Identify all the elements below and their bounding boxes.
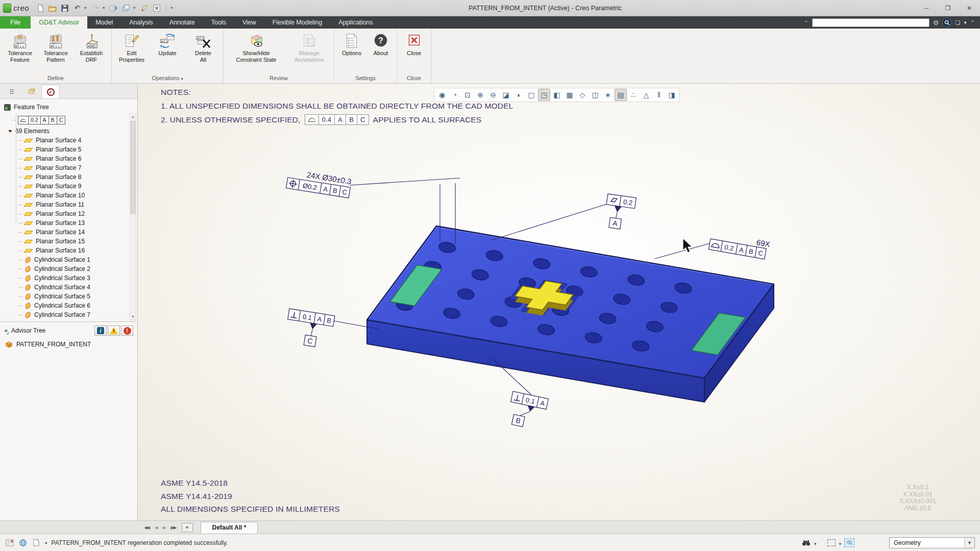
establish-drf-button[interactable]: ABC Establish DRF bbox=[74, 31, 109, 64]
tree-item-elements-group[interactable]: 69 Elements bbox=[0, 127, 137, 136]
tree-item-cylindrical-surface-4[interactable]: Cylindrical Surface 4 bbox=[0, 283, 137, 292]
tree-item-root-fcf[interactable]: 0.2ABC bbox=[0, 113, 137, 127]
tree-item-planar-surface-12[interactable]: Planar Surface 12 bbox=[0, 209, 137, 218]
tab-tools[interactable]: Tools bbox=[203, 16, 234, 29]
fcf-profile[interactable]: 69X 0.2 A B C bbox=[708, 230, 771, 260]
tree-item-cylindrical-surface-2[interactable]: Cylindrical Surface 2 bbox=[0, 264, 137, 273]
shading-icon[interactable]: ◗ bbox=[512, 89, 525, 101]
tree-item-cylindrical-surface-7[interactable]: Cylindrical Surface 7 bbox=[0, 310, 137, 319]
tolerance-feature-button[interactable]: ⊕0.1 Tolerance Feature bbox=[3, 31, 37, 64]
new-file-icon[interactable] bbox=[35, 3, 45, 13]
edit-properties-button[interactable]: Edit Properties bbox=[114, 31, 149, 64]
selection-filter-caret-icon[interactable] bbox=[839, 538, 841, 547]
undo-icon[interactable]: ↶ bbox=[72, 3, 82, 13]
close-window-icon[interactable] bbox=[152, 3, 162, 13]
scrollbar-thumb[interactable] bbox=[131, 121, 135, 214]
fcf-perpendicularity-c[interactable]: 0.1 A B C bbox=[284, 309, 335, 349]
about-button[interactable]: ? About bbox=[368, 31, 394, 58]
tab-model[interactable]: Model bbox=[87, 16, 121, 29]
previous-view-icon[interactable]: ◀ bbox=[153, 524, 159, 531]
tree-item-planar-surface-11[interactable]: Planar Surface 11 bbox=[0, 200, 137, 209]
options-button[interactable]: Options bbox=[337, 31, 366, 58]
tree-item-planar-surface-7[interactable]: Planar Surface 7 bbox=[0, 163, 137, 172]
section-icon[interactable]: ◫ bbox=[589, 89, 601, 101]
group-label-operations[interactable]: Operations bbox=[112, 74, 223, 83]
display-style-icon[interactable]: ◇ bbox=[576, 89, 589, 101]
tree-item-cylindrical-surface-5[interactable]: Cylindrical Surface 5 bbox=[0, 292, 137, 301]
add-view-button[interactable]: + bbox=[182, 523, 193, 532]
preselection-highlight-icon[interactable] bbox=[844, 538, 854, 547]
show-hide-constraint-state-button[interactable]: Show/Hide Constraint State bbox=[226, 31, 286, 64]
view-manager-icon[interactable]: ◧ bbox=[551, 89, 563, 101]
command-search-input[interactable] bbox=[812, 18, 929, 27]
datum-display-icon[interactable]: ∗ bbox=[602, 89, 614, 101]
scroll-down-icon[interactable]: ▼ bbox=[130, 314, 136, 320]
search-icon[interactable] bbox=[942, 18, 951, 27]
tree-item-planar-surface-16[interactable]: Planar Surface 16 bbox=[0, 246, 137, 255]
tab-flexible-modeling[interactable]: Flexible Modeling bbox=[264, 16, 330, 29]
maximize-button[interactable]: ❐ bbox=[937, 0, 959, 16]
tolerance-pattern-button[interactable]: ⊕0.1 Tolerance Pattern bbox=[38, 31, 73, 64]
tree-item-planar-surface-4[interactable]: Planar Surface 4 bbox=[0, 136, 137, 145]
scroll-up-icon[interactable]: ▲ bbox=[130, 114, 136, 120]
tab-layer-tree[interactable] bbox=[22, 85, 40, 98]
annotate-pen-icon[interactable] bbox=[139, 3, 150, 13]
close-advisor-button[interactable]: Close bbox=[400, 31, 428, 58]
settings-gear-icon[interactable]: ⚙ bbox=[933, 19, 939, 27]
tab-view[interactable]: View bbox=[234, 16, 264, 29]
tree-scrollbar[interactable]: ▲ ▼ bbox=[130, 113, 136, 320]
tree-item-planar-surface-9[interactable]: Planar Surface 9 bbox=[0, 182, 137, 191]
delete-all-button[interactable]: ⊕0.1 Delete All bbox=[186, 31, 220, 64]
minimize-ribbon-icon[interactable]: ⌃ bbox=[804, 20, 808, 26]
capture-icon[interactable]: ▦ bbox=[564, 89, 576, 101]
refit-icon[interactable]: ◪ bbox=[500, 89, 512, 101]
active-view-tab[interactable]: Default All * bbox=[201, 522, 258, 533]
tree-item-planar-surface-5[interactable]: Planar Surface 5 bbox=[0, 145, 137, 154]
tree-item-planar-surface-10[interactable]: Planar Surface 10 bbox=[0, 191, 137, 200]
tree-item-cylindrical-surface-3[interactable]: Cylindrical Surface 3 bbox=[0, 273, 137, 283]
fcf-perpendicularity-b[interactable]: 0.1 A B bbox=[506, 391, 549, 431]
named-views-icon[interactable]: ▢ bbox=[525, 89, 537, 101]
tree-item-planar-surface-15[interactable]: Planar Surface 15 bbox=[0, 237, 137, 246]
tab-gdt-advisor[interactable]: ✓ bbox=[41, 85, 60, 98]
tree-item-cylindrical-surface-1[interactable]: Cylindrical Surface 1 bbox=[0, 255, 137, 264]
regenerate-icon[interactable] bbox=[109, 3, 119, 13]
zoom-out-icon[interactable]: ⊖ bbox=[487, 89, 499, 101]
fcf-flatness[interactable]: 0.2 A bbox=[603, 194, 636, 231]
visibility-options-icon[interactable]: ◔ bbox=[449, 89, 461, 101]
tree-item-planar-surface-8[interactable]: Planar Surface 8 bbox=[0, 172, 137, 182]
tree-item-planar-surface-6[interactable]: Planar Surface 6 bbox=[0, 154, 137, 163]
find-binoculars-icon[interactable] bbox=[802, 538, 811, 547]
web-browser-icon[interactable] bbox=[18, 538, 28, 547]
plate-model[interactable] bbox=[367, 226, 774, 402]
advisor-tree-row[interactable]: ⌖ Advisor Tree i ! bbox=[0, 324, 137, 337]
advisor-project-row[interactable]: PATTERN_FROM_INTENT bbox=[0, 339, 137, 350]
info-filter-button[interactable]: i bbox=[94, 325, 107, 336]
undo-caret-icon[interactable]: ▾ bbox=[84, 6, 88, 10]
windows-caret-icon[interactable]: ▾ bbox=[133, 6, 137, 10]
save-icon[interactable] bbox=[60, 3, 70, 13]
zoom-region-icon[interactable]: ⊡ bbox=[461, 89, 474, 101]
message-log-icon[interactable] bbox=[5, 538, 14, 547]
zoom-in-icon[interactable]: ⊕ bbox=[474, 89, 486, 101]
update-button[interactable]: ⊕0.1 Update bbox=[150, 31, 185, 58]
graphics-area[interactable]: 24X Ø30±0.3 Ø0.2 A B C 0.2 bbox=[138, 84, 980, 520]
open-icon[interactable] bbox=[47, 3, 58, 13]
minimize-button[interactable]: ─ bbox=[916, 0, 937, 16]
tree-item-planar-surface-13[interactable]: Planar Surface 13 bbox=[0, 218, 137, 228]
annotation-display-icon[interactable]: ▤ bbox=[615, 89, 627, 101]
collapse-arrow-icon[interactable] bbox=[8, 130, 12, 133]
notification-page-icon[interactable] bbox=[32, 538, 41, 547]
simulation-icon[interactable]: △ bbox=[640, 89, 652, 101]
tab-annotate[interactable]: Annotate bbox=[161, 16, 203, 29]
tab-analysis[interactable]: Analysis bbox=[121, 16, 161, 29]
next-view-icon[interactable]: ▶ bbox=[161, 524, 167, 531]
help-caret-icon[interactable]: ⌃ bbox=[970, 19, 975, 26]
tab-file[interactable]: File bbox=[0, 16, 31, 29]
visibility-icon[interactable]: ◉ bbox=[436, 89, 448, 101]
perspective-icon[interactable]: ◨ bbox=[666, 89, 678, 101]
reorient-icon[interactable]: ◳ bbox=[538, 89, 550, 101]
error-filter-button[interactable]: ! bbox=[121, 325, 133, 336]
first-view-icon[interactable]: ◀◀ bbox=[142, 524, 151, 531]
close-button[interactable]: ✕ bbox=[959, 0, 980, 16]
